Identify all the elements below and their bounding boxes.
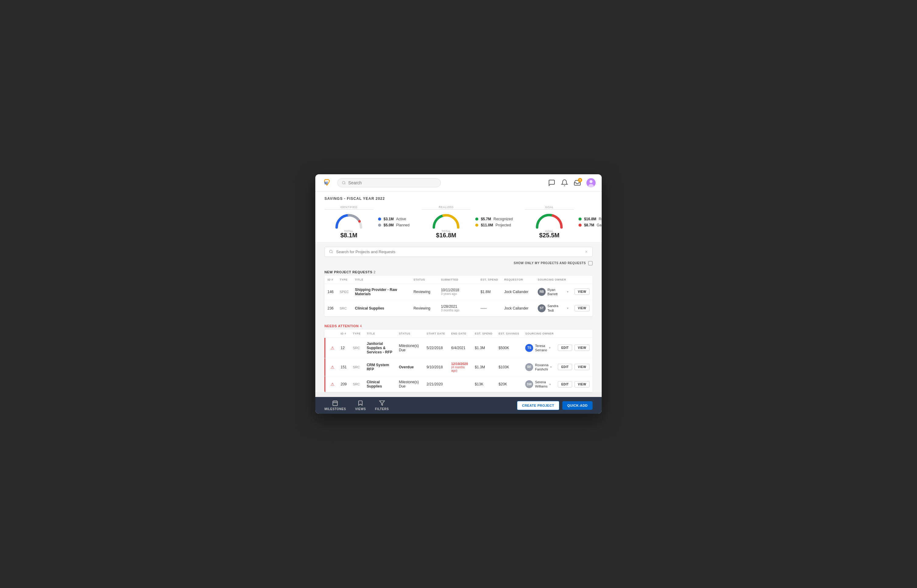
show-only-row: SHOW ONLY MY PROJECTS AND REQUESTS <box>315 259 602 267</box>
show-only-checkbox[interactable] <box>588 261 592 265</box>
row-title: Shipping Provider - Raw Materials <box>352 284 410 300</box>
identified-label: IDENTIFIED <box>325 206 373 209</box>
row-owner: RF RoxannaFarshchi ▾ <box>522 358 555 376</box>
col-alert-header <box>325 330 337 338</box>
owner-chevron[interactable]: ▾ <box>550 365 552 368</box>
quick-add-button[interactable]: QUICK-ADD <box>562 401 592 410</box>
realized-label: REALIZED <box>421 206 470 209</box>
realized-group: REALIZED TOTAL $16.8M <box>421 206 513 239</box>
row-title: Janitorial Supplies & Services - RFP <box>364 338 396 358</box>
identified-gauge: TOTAL $8.1M <box>325 212 373 239</box>
needs-attention-section: NEEDS ATTENTION 4 ID # TYPE TITLE STATUS… <box>325 321 592 393</box>
view-button[interactable]: VIEW <box>575 344 589 351</box>
owner-name: SerenaWilliams <box>535 380 547 389</box>
row-owner: SW SerenaWilliams ▾ <box>522 376 555 392</box>
search-icon <box>342 181 346 185</box>
svg-point-2 <box>342 181 345 184</box>
row-type: SRC <box>350 338 364 358</box>
gauges-row: IDENTIFIED TOTAL <box>325 206 592 239</box>
table-row: ⚠ 12 SRC Janitorial Supplies & Services … <box>325 338 592 358</box>
row-submitted: 1/28/2021 3 months ago <box>438 300 477 316</box>
gap-dot <box>578 224 581 227</box>
views-button[interactable]: VIEWS <box>355 400 366 411</box>
row-id: 209 <box>337 376 350 392</box>
chat-icon[interactable] <box>548 179 555 186</box>
col-type-header: TYPE <box>350 330 364 338</box>
row-title: CRM System RFP <box>364 358 396 376</box>
legend-projected: $11.0M Projected <box>475 223 513 227</box>
col-id-header: ID # <box>337 330 350 338</box>
views-icon <box>357 400 363 406</box>
row-status: Reviewing <box>410 284 438 300</box>
col-submitted-header: SUBMITTED <box>438 276 477 284</box>
row-actions: EDIT VIEW <box>555 376 592 392</box>
projects-search-input[interactable] <box>336 250 581 254</box>
create-project-button[interactable]: CREATE PROJECT <box>517 401 560 410</box>
col-type-header: TYPE <box>337 276 352 284</box>
identified-value: $8.1M <box>340 232 357 239</box>
filters-button[interactable]: FILTERS <box>375 400 389 411</box>
row-requestor: Jock Callander <box>501 284 535 300</box>
header-search-bar[interactable] <box>337 178 441 187</box>
col-title-header: TITLE <box>364 330 396 338</box>
projects-search-bar[interactable] <box>325 247 592 257</box>
logo: W <box>321 177 333 188</box>
new-project-requests-section: NEW PROJECT REQUESTS 2 ID # TYPE TITLE S… <box>325 267 592 316</box>
owner-chevron[interactable]: ▾ <box>567 307 568 310</box>
goal-gauge: GOAL $25.5M <box>525 212 574 239</box>
milestones-button[interactable]: MILESTONES <box>325 400 346 411</box>
new-requests-header: NEW PROJECT REQUESTS 2 <box>325 267 592 276</box>
projected-dot <box>475 224 478 227</box>
clear-search-icon[interactable] <box>584 250 588 254</box>
view-button[interactable]: VIEW <box>575 381 589 388</box>
realized-value: $16.8M <box>436 232 456 239</box>
owner-name: Ryan Barrett <box>547 288 565 296</box>
row-start: 9/10/2018 <box>423 358 448 376</box>
toolbar-right: CREATE PROJECT QUICK-ADD <box>517 401 593 410</box>
alert-icon-cell: ⚠ <box>325 338 337 358</box>
owner-chevron[interactable]: ▾ <box>549 383 551 386</box>
col-spend-header: EST. SPEND <box>477 276 501 284</box>
col-spend-header: EST. SPEND <box>472 330 496 338</box>
row-status: Milestone(s) Due <box>396 376 423 392</box>
view-button[interactable]: VIEW <box>575 364 589 370</box>
alert-icon-cell: ⚠ <box>325 376 337 392</box>
realized-legend: $5.7M Recognized $11.0M Projected <box>475 217 513 227</box>
edit-button[interactable]: EDIT <box>558 344 572 351</box>
user-avatar[interactable] <box>586 178 596 187</box>
owner-chevron[interactable]: ▾ <box>549 346 551 349</box>
legend-planned: $5.0M Planned <box>378 223 410 227</box>
main-content: NEW PROJECT REQUESTS 2 ID # TYPE TITLE S… <box>315 267 602 393</box>
row-savings: $20K <box>496 376 523 392</box>
edit-button[interactable]: EDIT <box>558 381 572 388</box>
col-sourcing-header: SOURCING OWNER <box>535 276 592 284</box>
row-owner: RB Ryan Barrett ▾ <box>535 284 572 300</box>
row-actions: VIEW <box>572 300 592 316</box>
row-status: Milestone(s) Due <box>396 338 423 358</box>
owner-chevron[interactable]: ▾ <box>567 290 568 293</box>
row-status: Reviewing <box>410 300 438 316</box>
projects-search-wrap <box>315 242 602 259</box>
row-actions: EDIT VIEW <box>555 338 592 358</box>
planned-dot <box>378 224 381 227</box>
notifications-icon[interactable] <box>561 179 568 186</box>
table-row: 236 SRC Clinical Supplies Reviewing 1/28… <box>325 300 592 316</box>
row-savings: $500K <box>496 338 523 358</box>
show-only-label: SHOW ONLY MY PROJECTS AND REQUESTS <box>513 262 586 265</box>
search-input[interactable] <box>348 180 436 185</box>
svg-point-7 <box>329 250 333 253</box>
row-status: Overdue <box>396 358 423 376</box>
inbox-icon[interactable]: 3 <box>574 179 581 186</box>
col-id-header: ID # <box>325 276 337 284</box>
goal-value: $25.5M <box>539 232 560 239</box>
legend-active: $3.1M Active <box>378 217 410 221</box>
row-requestor: Jock Callander <box>501 300 535 316</box>
view-button[interactable]: VIEW <box>575 289 589 295</box>
footer-toolbar: MILESTONES VIEWS FILTERS CREATE PROJECT … <box>315 397 602 414</box>
edit-button[interactable]: EDIT <box>558 364 572 370</box>
view-button[interactable]: VIEW <box>575 305 589 311</box>
row-start: 2/21/2020 <box>423 376 448 392</box>
col-status-header: STATUS <box>410 276 438 284</box>
new-requests-table: ID # TYPE TITLE STATUS SUBMITTED EST. SP… <box>325 276 592 316</box>
projects-search-icon <box>329 250 333 254</box>
